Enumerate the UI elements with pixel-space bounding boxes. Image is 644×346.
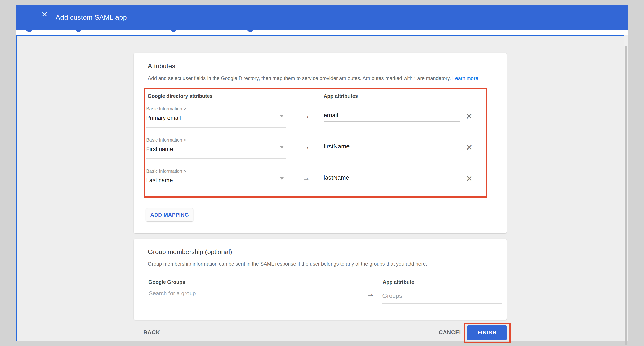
mapping-arrow-icon: → xyxy=(300,111,312,120)
select-underline xyxy=(146,127,286,128)
google-groups-label: Google Groups xyxy=(148,279,185,285)
groups-attribute-input[interactable] xyxy=(382,290,502,301)
app-attribute-input[interactable] xyxy=(324,111,460,120)
dialog-title: Add custom SAML app xyxy=(56,5,127,30)
chevron-down-icon xyxy=(280,115,284,117)
finish-button[interactable]: FINISH xyxy=(467,325,507,340)
group-arrow-icon: → xyxy=(364,290,376,298)
chevron-down-icon xyxy=(280,146,284,149)
input-underline xyxy=(324,152,460,153)
add-custom-saml-app-dialog: ✕ Add custom SAML app Attributes Add and… xyxy=(16,5,628,341)
add-mapping-button[interactable]: ADD MAPPING xyxy=(146,208,193,221)
attribute-category-label: Basic Information > xyxy=(146,106,186,112)
cancel-button[interactable]: CANCEL xyxy=(437,328,464,337)
dialog-header: ✕ Add custom SAML app xyxy=(16,5,628,30)
attribute-category-label: Basic Information > xyxy=(146,168,186,174)
select-underline xyxy=(146,158,286,159)
group-membership-description: Group membership information can be sent… xyxy=(148,261,427,267)
attributes-card: Attributes Add and select user fields in… xyxy=(134,53,507,233)
attributes-title: Attributes xyxy=(148,62,175,70)
remove-mapping-icon[interactable]: ✕ xyxy=(464,142,475,153)
group-membership-title: Group membership (optional) xyxy=(148,248,232,256)
mapping-arrow-icon: → xyxy=(300,174,312,183)
remove-mapping-icon[interactable]: ✕ xyxy=(464,111,475,122)
input-underline xyxy=(382,303,502,304)
app-attributes-header: App attributes xyxy=(324,93,358,99)
group-membership-card: Group membership (optional) Group member… xyxy=(134,239,507,320)
google-directory-attributes-header: Google directory attributes xyxy=(148,93,212,99)
mapping-row: Basic Information > Last name → ✕ xyxy=(134,168,507,199)
scrollbar-track[interactable] xyxy=(624,36,628,341)
app-attribute-label: App attribute xyxy=(383,279,414,285)
learn-more-link[interactable]: Learn more xyxy=(452,75,478,81)
close-icon[interactable]: ✕ xyxy=(40,10,49,19)
attributes-description-text: Add and select user fields in the Google… xyxy=(148,75,451,81)
input-underline xyxy=(149,301,357,301)
attribute-category-label: Basic Information > xyxy=(146,137,186,143)
google-attribute-value: Last name xyxy=(146,177,173,184)
attributes-description: Add and select user fields in the Google… xyxy=(148,75,478,81)
mapping-row: Basic Information > Primary email → ✕ xyxy=(134,106,507,137)
input-underline xyxy=(324,121,460,122)
back-button[interactable]: BACK xyxy=(142,328,162,337)
mapping-arrow-icon: → xyxy=(300,143,312,151)
select-underline xyxy=(146,190,286,190)
google-attribute-value: First name xyxy=(146,146,173,152)
input-underline xyxy=(324,184,460,184)
chevron-down-icon xyxy=(280,178,284,180)
mapping-row: Basic Information > First name → ✕ xyxy=(134,137,507,168)
app-attribute-input[interactable] xyxy=(324,173,460,182)
screen: ✕ Add custom SAML app Attributes Add and… xyxy=(0,0,644,346)
remove-mapping-icon[interactable]: ✕ xyxy=(464,173,475,184)
app-attribute-input[interactable] xyxy=(324,142,460,151)
google-attribute-value: Primary email xyxy=(146,115,181,121)
scrollbar-thumb[interactable] xyxy=(624,46,628,345)
group-search-input[interactable] xyxy=(149,288,357,299)
